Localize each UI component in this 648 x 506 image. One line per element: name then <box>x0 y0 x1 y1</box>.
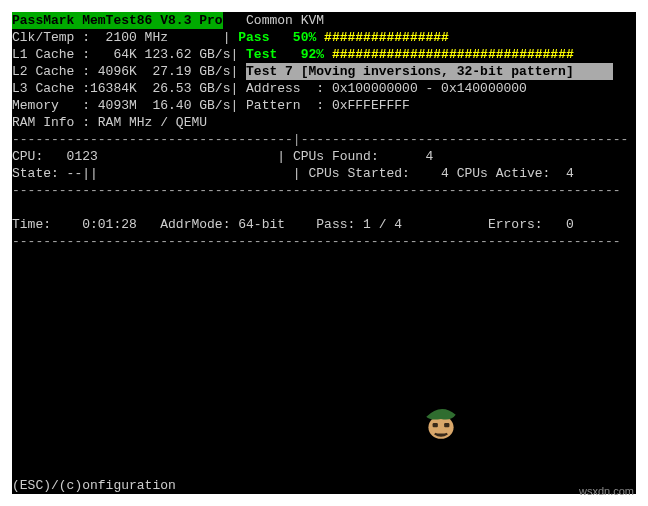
test-bar: ############################### <box>324 46 574 63</box>
raminfo-value: RAM MHz / QEMU <box>90 114 207 131</box>
l1-label: L1 Cache : <box>12 46 90 63</box>
svg-rect-2 <box>444 423 449 427</box>
state-value: --|| <box>59 165 293 182</box>
clk-label: Clk/Temp : <box>12 29 90 46</box>
pattern-label: Pattern : <box>246 97 324 114</box>
state-label: State: <box>12 165 59 182</box>
divider: ----------------------------------------… <box>12 182 621 199</box>
svg-rect-1 <box>433 423 438 427</box>
test-percent: 92% <box>277 46 324 63</box>
memory-label: Memory : <box>12 97 90 114</box>
errors-value: 0 <box>543 216 574 233</box>
l2-value: 4096K 27.19 GB/s <box>90 63 230 80</box>
pattern-value: 0xFFFEFFFF <box>324 97 410 114</box>
divider: ------------------------------------ <box>12 131 293 148</box>
footer-hint[interactable]: (ESC)/(c)onfiguration <box>12 477 176 494</box>
clk-value: 2100 MHz <box>90 29 223 46</box>
l2-label: L2 Cache : <box>12 63 90 80</box>
divider: ----------------------------------------… <box>12 233 621 250</box>
l3-label: L3 Cache : <box>12 80 90 97</box>
cpus-started-label: CPUs Started: <box>308 165 409 182</box>
cpus-started-value: 4 <box>410 165 449 182</box>
watermark: wsxdn.com <box>579 483 634 500</box>
app-title: PassMark MemTest86 V8.3 Pro <box>12 12 223 29</box>
system-name: Common KVM <box>246 12 324 29</box>
cpus-found-value: 4 <box>379 148 434 165</box>
mascot-icon <box>420 400 462 442</box>
memtest-screen: PassMark MemTest86 V8.3 Pro Common KVM C… <box>12 12 636 494</box>
addrmode-label: AddrMode: <box>160 216 230 233</box>
pass-count-label: Pass: <box>316 216 355 233</box>
cpus-found-label: CPUs Found: <box>293 148 379 165</box>
time-label: Time: <box>12 216 51 233</box>
address-label: Address : <box>246 80 324 97</box>
pass-label: Pass <box>238 29 269 46</box>
errors-label: Errors: <box>488 216 543 233</box>
cpus-active-label: CPUs Active: <box>457 165 551 182</box>
cpu-value: 0123 <box>43 148 277 165</box>
spacer <box>223 12 246 29</box>
pass-bar: ################ <box>316 29 449 46</box>
l1-value: 64K 123.62 GB/s <box>90 46 230 63</box>
time-value: 0:01:28 <box>51 216 160 233</box>
pass-percent: 50% <box>269 29 316 46</box>
memory-value: 4093M 16.40 GB/s <box>90 97 230 114</box>
l3-value: 16384K 26.53 GB/s <box>90 80 230 97</box>
cpu-label: CPU: <box>12 148 43 165</box>
cpus-active-value: 4 <box>550 165 573 182</box>
pass-count-value: 1 / 4 <box>355 216 488 233</box>
raminfo-label: RAM Info : <box>12 114 90 131</box>
addrmode-value: 64-bit <box>230 216 316 233</box>
test-label: Test <box>246 46 277 63</box>
address-value: 0x100000000 - 0x140000000 <box>324 80 527 97</box>
current-test-name: Test 7 [Moving inversions, 32-bit patter… <box>246 63 613 80</box>
